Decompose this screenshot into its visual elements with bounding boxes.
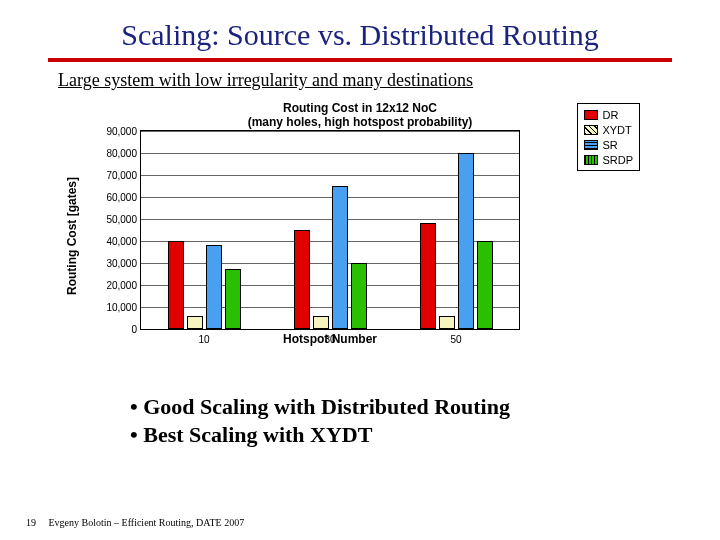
bar-sr bbox=[458, 153, 474, 329]
legend-item-sr: SR bbox=[584, 137, 633, 152]
y-tick-label: 10,000 bbox=[89, 301, 137, 312]
bar-group bbox=[294, 186, 367, 329]
chart: Routing Cost in 12x12 NoC (many holes, h… bbox=[80, 101, 640, 371]
bar-srdp bbox=[477, 241, 493, 329]
bullet-1: • Good Scaling with Distributed Routing bbox=[130, 393, 720, 421]
chart-title-line2: (many holes, high hotspost probability) bbox=[248, 115, 473, 129]
legend-label-dr: DR bbox=[602, 109, 618, 121]
title-divider bbox=[48, 58, 672, 62]
slide: Scaling: Source vs. Distributed Routing … bbox=[0, 0, 720, 540]
bar-group bbox=[420, 153, 493, 329]
x-tick-label: 30 bbox=[324, 334, 335, 345]
x-tick-label: 10 bbox=[198, 334, 209, 345]
legend-label-xydt: XYDT bbox=[602, 124, 631, 136]
bar-dr bbox=[294, 230, 310, 329]
plot-area: 010,00020,00030,00040,00050,00060,00070,… bbox=[140, 130, 520, 330]
y-tick-label: 50,000 bbox=[89, 213, 137, 224]
legend-item-xydt: XYDT bbox=[584, 122, 633, 137]
legend-swatch-xydt bbox=[584, 125, 598, 135]
legend-label-srdp: SRDP bbox=[602, 154, 633, 166]
x-tick-label: 50 bbox=[450, 334, 461, 345]
bullet-2: • Best Scaling with XYDT bbox=[130, 421, 720, 449]
bar-sr bbox=[332, 186, 348, 329]
footer: 19 Evgeny Bolotin – Efficient Routing, D… bbox=[26, 517, 244, 528]
page-title: Scaling: Source vs. Distributed Routing bbox=[0, 0, 720, 52]
bar-srdp bbox=[225, 269, 241, 328]
legend-label-sr: SR bbox=[602, 139, 617, 151]
bar-dr bbox=[168, 241, 184, 329]
y-axis-label: Routing Cost [gates] bbox=[65, 177, 79, 295]
bar-xydt bbox=[439, 316, 455, 329]
bar-xydt bbox=[313, 316, 329, 329]
y-tick-label: 60,000 bbox=[89, 191, 137, 202]
gridline bbox=[141, 131, 519, 132]
bar-sr bbox=[206, 245, 222, 329]
subheading: Large system with low irregularity and m… bbox=[58, 70, 720, 91]
bar-xydt bbox=[187, 316, 203, 329]
bar-group bbox=[168, 241, 241, 329]
y-tick-label: 70,000 bbox=[89, 169, 137, 180]
bullets: • Good Scaling with Distributed Routing … bbox=[130, 393, 720, 448]
page-number: 19 bbox=[26, 517, 46, 528]
legend: DR XYDT SR SRDP bbox=[577, 103, 640, 171]
y-tick-label: 20,000 bbox=[89, 279, 137, 290]
legend-item-dr: DR bbox=[584, 107, 633, 122]
y-tick-label: 40,000 bbox=[89, 235, 137, 246]
y-tick-label: 90,000 bbox=[89, 125, 137, 136]
legend-item-srdp: SRDP bbox=[584, 152, 633, 167]
footer-text: Evgeny Bolotin – Efficient Routing, DATE… bbox=[49, 517, 245, 528]
chart-title: Routing Cost in 12x12 NoC (many holes, h… bbox=[80, 101, 640, 130]
y-tick-label: 80,000 bbox=[89, 147, 137, 158]
legend-swatch-dr bbox=[584, 110, 598, 120]
legend-swatch-srdp bbox=[584, 155, 598, 165]
bar-srdp bbox=[351, 263, 367, 329]
bar-dr bbox=[420, 223, 436, 329]
y-tick-label: 0 bbox=[89, 323, 137, 334]
chart-title-line1: Routing Cost in 12x12 NoC bbox=[283, 101, 437, 115]
y-tick-label: 30,000 bbox=[89, 257, 137, 268]
legend-swatch-sr bbox=[584, 140, 598, 150]
